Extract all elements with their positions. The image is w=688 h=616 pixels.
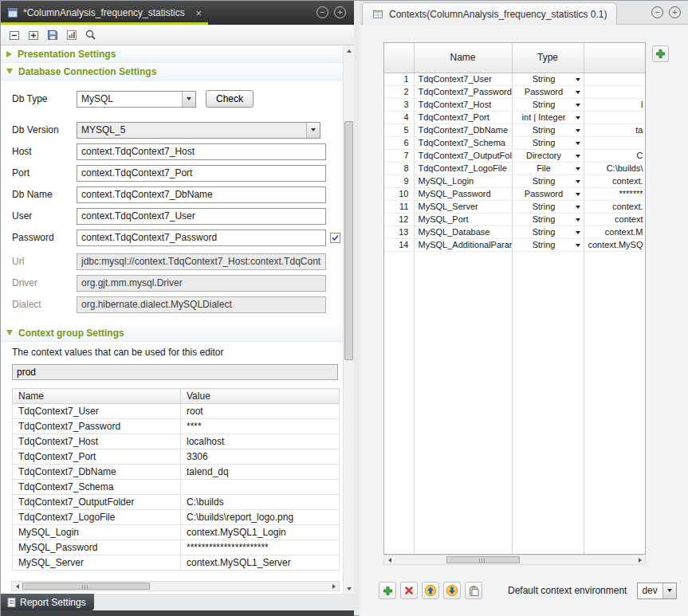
add-context-variable-button[interactable] xyxy=(652,45,669,62)
context-value-row[interactable]: TdqContext7_Host localhost xyxy=(13,434,340,449)
type-dropdown-icon[interactable] xyxy=(576,155,580,158)
context-variable-row[interactable]: 3 TdqContext7_Host String l xyxy=(384,98,645,111)
section-database-connection-settings[interactable]: Database Connection Settings xyxy=(1,63,343,80)
variable-type-cell[interactable]: String xyxy=(512,213,584,226)
variable-value-cell[interactable] xyxy=(584,85,645,98)
move-down-button[interactable] xyxy=(443,582,461,599)
type-dropdown-icon[interactable] xyxy=(576,104,580,107)
chevron-right-icon[interactable] xyxy=(6,51,12,57)
context-name-cell[interactable]: TdqContext7_Port xyxy=(13,449,181,465)
expand-all-button[interactable] xyxy=(25,27,42,43)
type-dropdown-icon[interactable] xyxy=(576,116,580,120)
close-icon[interactable]: × xyxy=(195,7,202,19)
context-value-cell[interactable]: ********************** xyxy=(181,540,340,555)
context-value-cell[interactable]: talend_dq xyxy=(181,465,340,480)
variable-type-cell[interactable]: File xyxy=(512,162,584,175)
context-name-cell[interactable]: TdqContext7_LogoFile xyxy=(13,510,181,525)
context-name-cell[interactable]: MySQL_Password xyxy=(13,540,181,555)
variable-name-cell[interactable]: MySQL_Login xyxy=(414,175,512,187)
environment-combo[interactable]: dev xyxy=(637,583,677,599)
context-value-row[interactable]: MySQL_Login context.MySQL1_Login xyxy=(13,525,340,540)
scrollbar-thumb[interactable] xyxy=(344,121,353,360)
variable-type-cell[interactable]: Password xyxy=(512,187,584,200)
context-value-row[interactable]: TdqContext7_User root xyxy=(13,404,340,419)
variable-type-cell[interactable]: int | Integer xyxy=(512,111,584,124)
variable-value-cell[interactable]: C xyxy=(584,149,645,162)
combo-arrow-button[interactable] xyxy=(662,583,676,598)
context-value-row[interactable]: TdqContext7_Password **** xyxy=(13,419,340,434)
variable-type-cell[interactable]: String xyxy=(512,238,584,251)
variable-name-cell[interactable]: MySQL_Database xyxy=(414,226,512,238)
context-variable-row[interactable]: 14 MySQL_AdditionalParams String context… xyxy=(384,238,645,251)
port-input[interactable] xyxy=(77,165,326,182)
context-name-cell[interactable]: MySQL_Login xyxy=(13,525,181,540)
variable-value-cell[interactable]: context.M xyxy=(584,226,645,238)
context-value-cell[interactable]: root xyxy=(181,404,340,419)
variable-type-cell[interactable]: String xyxy=(512,73,584,85)
context-value-row[interactable]: MySQL_Password ********************** xyxy=(13,540,340,555)
run-analysis-button[interactable] xyxy=(63,27,81,43)
context-variable-row[interactable]: 7 TdqContext7_OutputFolder Directory C xyxy=(384,149,645,162)
scroll-right-button[interactable] xyxy=(635,555,645,564)
type-dropdown-icon[interactable] xyxy=(576,218,580,222)
context-name-cell[interactable]: TdqContext7_OutputFolder xyxy=(13,495,181,510)
scrollbar-thumb[interactable] xyxy=(22,583,150,590)
context-value-cell[interactable]: context.MySQL1_Server xyxy=(181,555,340,571)
scrollbar-thumb[interactable] xyxy=(446,556,520,563)
variable-name-cell[interactable]: TdqContext7_User xyxy=(414,73,512,85)
scroll-left-button[interactable] xyxy=(384,555,395,564)
variable-name-cell[interactable]: TdqContext7_Port xyxy=(414,111,512,124)
user-input[interactable] xyxy=(77,208,326,225)
column-header-name[interactable]: Name xyxy=(13,389,181,404)
tab-contexts[interactable]: Contexts(ColumnAnalysis_frequency_statis… xyxy=(362,2,617,25)
context-value-row[interactable]: TdqContext7_Schema xyxy=(13,480,340,495)
variable-value-cell[interactable]: context xyxy=(584,213,645,226)
variable-name-cell[interactable]: TdqContext7_Schema xyxy=(414,136,512,149)
host-input[interactable] xyxy=(77,143,326,160)
zoom-button[interactable] xyxy=(82,27,100,43)
context-value-cell[interactable]: localhost xyxy=(181,434,340,449)
context-variable-row[interactable]: 6 TdqContext7_Schema String xyxy=(384,136,645,149)
column-header-rownum[interactable] xyxy=(384,43,414,73)
context-value-row[interactable]: TdqContext7_OutputFolder C:\builds xyxy=(13,495,340,510)
variable-value-cell[interactable]: context.MySQ xyxy=(584,238,645,251)
delete-variable-button[interactable] xyxy=(400,582,418,599)
combo-arrow-button[interactable] xyxy=(306,123,320,138)
variable-name-cell[interactable]: TdqContext7_LogoFile xyxy=(414,162,512,175)
db-type-combo[interactable]: MySQL xyxy=(77,91,196,108)
variable-name-cell[interactable]: MySQL_Password xyxy=(414,187,512,200)
context-variable-row[interactable]: 4 TdqContext7_Port int | Integer xyxy=(384,111,645,124)
variable-value-cell[interactable]: ta xyxy=(584,124,645,136)
column-header-type[interactable]: Type xyxy=(512,43,584,73)
type-dropdown-icon[interactable] xyxy=(576,78,580,81)
context-value-cell[interactable]: C:\builds\report_logo.png xyxy=(181,510,340,525)
save-button[interactable] xyxy=(44,27,61,43)
chevron-down-icon[interactable] xyxy=(6,330,13,335)
scroll-down-button[interactable] xyxy=(344,583,355,594)
move-up-button[interactable] xyxy=(422,582,439,599)
context-name-cell[interactable]: TdqContext7_User xyxy=(13,404,181,419)
maximize-view-button[interactable]: + xyxy=(669,6,681,18)
context-value-cell[interactable] xyxy=(181,480,340,495)
context-value-cell[interactable]: 3306 xyxy=(181,449,340,465)
context-value-cell[interactable]: context.MySQL1_Login xyxy=(181,525,340,540)
variable-type-cell[interactable]: String xyxy=(512,175,584,187)
variable-name-cell[interactable]: TdqContext7_Host xyxy=(414,98,512,111)
variable-type-cell[interactable]: String xyxy=(512,226,584,238)
password-input[interactable] xyxy=(77,230,326,246)
variable-name-cell[interactable]: TdqContext7_OutputFolder xyxy=(414,149,512,162)
column-header-value[interactable] xyxy=(584,43,645,73)
editor-tab[interactable]: *ColumnAnalysis_frequency_statistics 0.1… xyxy=(1,1,208,25)
variable-type-cell[interactable]: String xyxy=(512,136,584,149)
maximize-view-button[interactable]: + xyxy=(334,6,346,18)
variable-name-cell[interactable]: MySQL_Server xyxy=(414,200,512,213)
section-context-group-settings[interactable]: Context group Settings xyxy=(1,324,343,342)
context-variable-row[interactable]: 11 MySQL_Server String context. xyxy=(384,200,645,213)
scroll-right-button[interactable] xyxy=(328,582,339,590)
context-variable-row[interactable]: 1 TdqContext7_User String xyxy=(384,73,645,85)
minimize-view-button[interactable]: − xyxy=(651,6,663,18)
variable-type-cell[interactable]: String xyxy=(512,98,584,111)
contexts-horizontal-scrollbar[interactable] xyxy=(383,555,646,565)
variable-type-cell[interactable]: Password xyxy=(512,85,584,98)
variable-type-cell[interactable]: String xyxy=(512,200,584,213)
